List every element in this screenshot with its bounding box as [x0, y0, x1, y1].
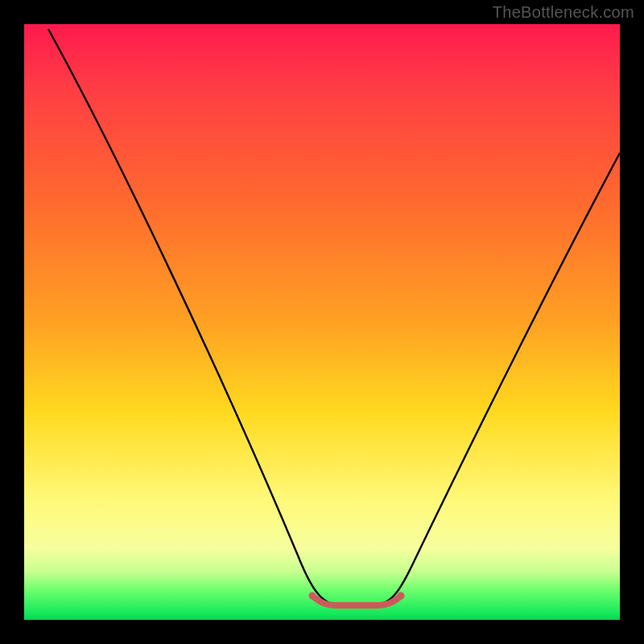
chart-frame: TheBottleneck.com [0, 0, 644, 644]
plot-area [24, 24, 620, 620]
floor-highlight-right-cap [398, 592, 405, 600]
floor-highlight-left-cap [309, 592, 316, 600]
watermark-label: TheBottleneck.com [493, 3, 634, 22]
curve-svg [24, 24, 620, 620]
bottleneck-curve [48, 29, 620, 604]
floor-highlight [314, 597, 399, 605]
